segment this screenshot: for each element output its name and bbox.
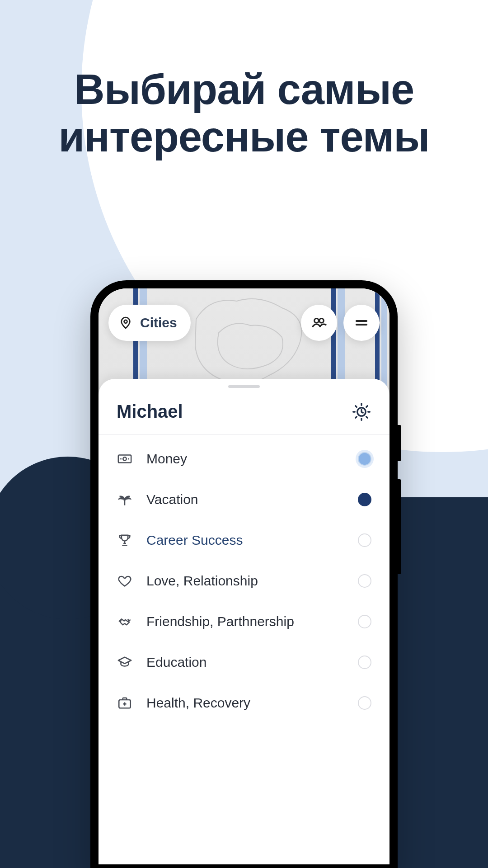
topic-label: Money xyxy=(146,451,344,467)
svg-line-12 xyxy=(356,416,357,418)
heart-icon xyxy=(117,573,133,589)
topic-row[interactable]: Career Success xyxy=(99,520,389,561)
svg-point-2 xyxy=(319,319,324,323)
topic-label: Vacation xyxy=(146,492,344,507)
topic-radio[interactable] xyxy=(358,452,371,466)
people-button[interactable] xyxy=(301,305,337,341)
topic-radio[interactable] xyxy=(358,696,371,710)
topic-label: Education xyxy=(146,655,344,670)
phone-screen: Cities xyxy=(99,288,389,864)
sheet-header: Michael xyxy=(99,388,389,434)
topic-label: Career Success xyxy=(146,533,344,548)
topic-row[interactable]: Vacation xyxy=(99,479,389,520)
topic-row[interactable]: Money xyxy=(99,439,389,479)
topic-radio[interactable] xyxy=(358,574,371,588)
gradcap-icon xyxy=(117,655,133,670)
sheet-title: Michael xyxy=(117,401,183,422)
phone-side-button xyxy=(398,425,401,461)
headline: Выбирай самые интересные темы xyxy=(0,0,488,161)
topic-radio[interactable] xyxy=(358,493,371,506)
topic-label: Health, Recovery xyxy=(146,695,344,711)
topic-row[interactable]: Health, Recovery xyxy=(99,683,389,723)
money-icon xyxy=(117,451,133,467)
svg-point-0 xyxy=(124,320,127,323)
svg-line-13 xyxy=(366,406,368,407)
topic-label: Love, Relationship xyxy=(146,573,344,589)
topic-row[interactable]: Love, Relationship xyxy=(99,561,389,601)
menu-button[interactable] xyxy=(343,305,380,341)
topic-row[interactable]: Education xyxy=(99,642,389,683)
svg-line-11 xyxy=(366,416,368,418)
menu-icon xyxy=(353,314,370,331)
handshake-icon xyxy=(117,614,133,629)
top-bar: Cities xyxy=(108,305,380,341)
pin-icon xyxy=(118,316,133,330)
headline-line2: интересные темы xyxy=(0,113,488,160)
sun-clock-icon[interactable] xyxy=(352,402,371,422)
svg-line-10 xyxy=(356,406,357,407)
topic-radio[interactable] xyxy=(358,656,371,669)
topic-radio[interactable] xyxy=(358,615,371,628)
topic-row[interactable]: Friendship, Parthnership xyxy=(99,601,389,642)
topic-list: MoneyVacationCareer SuccessLove, Relatio… xyxy=(99,435,389,727)
topic-radio[interactable] xyxy=(358,533,371,547)
palm-icon xyxy=(117,492,133,507)
headline-line1: Выбирай самые xyxy=(0,66,488,113)
phone-side-button xyxy=(398,479,401,574)
trophy-icon xyxy=(117,533,133,548)
cities-button[interactable]: Cities xyxy=(108,305,191,341)
phone-frame: Cities xyxy=(90,280,398,868)
topics-sheet: Michael MoneyVacationCareer SuccessLove,… xyxy=(99,379,389,864)
svg-point-1 xyxy=(314,319,319,323)
topic-label: Friendship, Parthnership xyxy=(146,614,344,629)
people-icon xyxy=(310,314,328,331)
medkit-icon xyxy=(117,695,133,711)
cities-label: Cities xyxy=(140,315,177,330)
